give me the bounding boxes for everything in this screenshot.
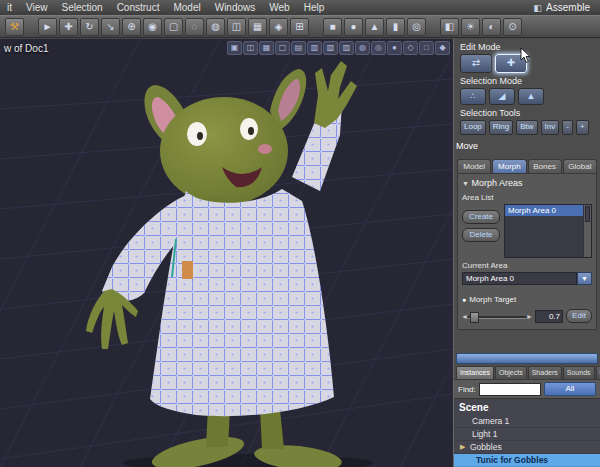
morph-edit-mode-button[interactable]: ✚ (495, 54, 527, 73)
menu-item-edit-partial[interactable]: it (0, 0, 19, 15)
single-view-icon[interactable]: ▣ (227, 41, 242, 55)
sphere-primitive-icon[interactable]: ● (344, 18, 363, 36)
menu-item-selection[interactable]: Selection (55, 0, 110, 15)
rotate-tool-icon[interactable]: ↻ (80, 18, 99, 36)
character-model[interactable] (86, 61, 373, 467)
loop-select-button[interactable]: Loop (460, 120, 486, 135)
current-area-dropdown[interactable]: Morph Area 0 ▼ (462, 272, 592, 285)
universal-manipulator-icon[interactable]: ⊕ (122, 18, 141, 36)
tree-item-light[interactable]: Light 1 (454, 428, 600, 441)
morph-panel: ▼ Morph Areas Area List Create Delete Mo… (457, 173, 597, 330)
room-mode-indicator[interactable]: ◧ Assemble (534, 2, 600, 13)
translate-edit-mode-button[interactable]: ⇄ (460, 54, 492, 73)
vertex-select-button[interactable]: ∴ (460, 88, 486, 105)
viewport-canvas[interactable] (0, 39, 453, 467)
ring-select-button[interactable]: Ring (489, 120, 513, 135)
grid-snap-icon[interactable]: ▦ (248, 18, 267, 36)
bbox-mode-icon[interactable]: □ (419, 41, 434, 55)
morph-target-value-field[interactable]: 0.7 (535, 310, 563, 323)
select-tool-icon[interactable]: ► (38, 18, 57, 36)
delete-area-button[interactable]: Delete (462, 228, 500, 242)
edit-mode-section: Edit Mode ⇄ ✚ (454, 39, 600, 73)
tab-shaders[interactable]: Shaders (528, 366, 562, 379)
tree-item-gobbles[interactable]: ▶ Gobbles (454, 441, 600, 454)
hammer-tool-icon[interactable]: ⚒ (5, 18, 24, 36)
scale-tool-icon[interactable]: ↘ (101, 18, 120, 36)
wireframe-mode-icon[interactable]: ▢ (275, 41, 290, 55)
axis-gizmo-icon[interactable]: ◆ (435, 41, 450, 55)
panel-divider-handle[interactable] (456, 353, 598, 364)
tree-item-camera[interactable]: Camera 1 (454, 415, 600, 428)
menu-item-windows[interactable]: Windows (208, 0, 263, 15)
paint-select-icon[interactable]: ◍ (206, 18, 225, 36)
cube-primitive-icon[interactable]: ■ (323, 18, 342, 36)
menu-item-view[interactable]: View (19, 0, 55, 15)
tab-bones[interactable]: Bones (528, 159, 562, 173)
tab-objects[interactable]: Objects (495, 366, 527, 379)
badge-shield-icon[interactable]: ◎ (371, 41, 386, 55)
camera-tool-icon[interactable]: ◧ (440, 18, 459, 36)
badge-sphere-icon[interactable]: ● (387, 41, 402, 55)
morph-area-list-item[interactable]: Morph Area 0 (505, 205, 583, 216)
menu-item-web[interactable]: Web (262, 0, 296, 15)
menu-item-construct[interactable]: Construct (110, 0, 167, 15)
tab-instances[interactable]: Instances (456, 366, 494, 379)
between-select-button[interactable]: Btw (516, 120, 537, 135)
magnet-tool-icon[interactable]: ◈ (269, 18, 288, 36)
filter-all-button[interactable]: All (544, 382, 596, 396)
tree-item-tunic-selected[interactable]: Tunic for Gobbles (454, 454, 600, 467)
shaded-wire-icon[interactable]: ▨ (339, 41, 354, 55)
menu-item-model[interactable]: Model (166, 0, 207, 15)
smooth-shading-icon[interactable]: ▥ (307, 41, 322, 55)
edit-morph-button[interactable]: Edit (566, 309, 592, 323)
find-input[interactable] (479, 383, 541, 396)
menu-item-help[interactable]: Help (297, 0, 332, 15)
split-view-icon[interactable]: ◫ (243, 41, 258, 55)
badge-globe-icon[interactable]: ◍ (355, 41, 370, 55)
torus-primitive-icon[interactable]: ◎ (407, 18, 426, 36)
light-tool-icon[interactable]: ☀ (461, 18, 480, 36)
expand-arrow-icon[interactable]: ▶ (460, 441, 465, 453)
soft-selection-icon[interactable]: ◉ (143, 18, 162, 36)
cylinder-primitive-icon[interactable]: ▮ (386, 18, 405, 36)
grow-select-button[interactable]: + (576, 120, 589, 135)
textured-shading-icon[interactable]: ▧ (323, 41, 338, 55)
lasso-select-icon[interactable]: ◌ (185, 18, 204, 36)
quad-view-icon[interactable]: ▦ (259, 41, 274, 55)
find-label: Find: (458, 385, 476, 394)
shrink-select-button[interactable]: - (562, 120, 573, 135)
box-select-icon[interactable]: ▢ (164, 18, 183, 36)
cone-primitive-icon[interactable]: ▲ (365, 18, 384, 36)
edit-mode-label: Edit Mode (460, 42, 595, 52)
slider-right-arrow-icon[interactable]: ► (526, 312, 533, 321)
tab-clips[interactable]: Clips (596, 366, 600, 379)
tab-sounds[interactable]: Sounds (563, 366, 595, 379)
slider-left-arrow-icon[interactable]: ◄ (461, 312, 468, 321)
viewport-display-toolbar: ▣ ◫ ▦ ▢ ▤ ▥ ▧ ▨ ◍ ◎ ● ◇ □ ◆ (227, 41, 450, 55)
ghost-mode-icon[interactable]: ◇ (403, 41, 418, 55)
flat-shading-icon[interactable]: ▤ (291, 41, 306, 55)
viewport-3d[interactable]: w of Doc1 ▣ ◫ ▦ ▢ ▤ ▥ ▧ ▨ ◍ ◎ ● ◇ □ ◆ (0, 39, 453, 467)
tab-morph[interactable]: Morph (492, 159, 526, 173)
find-bar: Find: All (454, 379, 600, 398)
face-select-button[interactable]: ▲ (518, 88, 544, 105)
morph-target-slider[interactable]: ◄ ► (462, 312, 532, 321)
tab-global[interactable]: Global (563, 159, 597, 173)
area-list-scrollbar[interactable] (583, 205, 591, 257)
invert-select-button[interactable]: Inv (541, 120, 560, 135)
morph-areas-header[interactable]: ▼ Morph Areas (462, 176, 592, 190)
viewport-header: w of Doc1 ▣ ◫ ▦ ▢ ▤ ▥ ▧ ▨ ◍ ◎ ● ◇ □ ◆ (4, 41, 450, 55)
move-tool-icon[interactable]: ✚ (59, 18, 78, 36)
mirror-tool-icon[interactable]: ◫ (227, 18, 246, 36)
create-area-button[interactable]: Create (462, 210, 500, 224)
settings-tool-icon[interactable]: ⊙ (503, 18, 522, 36)
current-area-value: Morph Area 0 (462, 272, 577, 285)
render-mode-icon[interactable]: ◐ (482, 18, 501, 36)
morph-area-list[interactable]: Morph Area 0 (504, 204, 592, 258)
edge-select-button[interactable]: ◢ (489, 88, 515, 105)
axis-constraint-icon[interactable]: ⊞ (290, 18, 309, 36)
slider-thumb[interactable] (470, 312, 479, 323)
tab-model[interactable]: Model (457, 159, 491, 173)
panel-spacer (454, 330, 600, 353)
chevron-down-icon[interactable]: ▼ (577, 272, 592, 285)
